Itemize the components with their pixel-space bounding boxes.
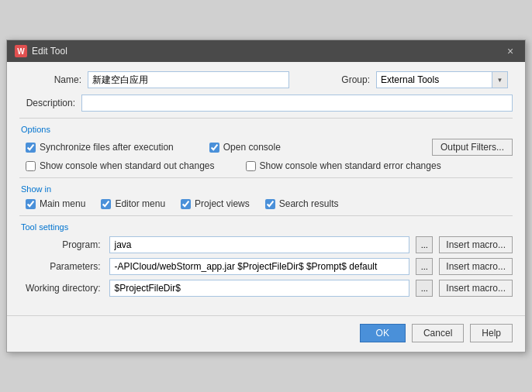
show-console-stdout-checkbox[interactable] (26, 161, 36, 171)
divider-2 (19, 177, 513, 178)
output-filters-button[interactable]: Output Filters... (432, 139, 513, 156)
dialog-body: Name: Group: ▼ Description: Options Sync… (7, 62, 525, 306)
editor-menu-checkbox[interactable] (101, 199, 111, 209)
name-label: Name: (19, 74, 81, 85)
help-button[interactable]: Help (470, 324, 513, 342)
tool-settings-grid: Program: ... Insert macro... Parameters:… (19, 236, 513, 297)
group-dropdown-button[interactable]: ▼ (492, 71, 508, 88)
program-input[interactable] (109, 236, 409, 253)
working-dir-ellipsis-button[interactable]: ... (416, 280, 433, 297)
divider-1 (19, 118, 513, 119)
parameters-insert-macro-button[interactable]: Insert macro... (439, 258, 513, 275)
show-console-stderr-checkbox[interactable] (246, 161, 256, 171)
cancel-button[interactable]: Cancel (412, 324, 464, 342)
working-dir-label: Working directory: (26, 283, 103, 294)
dialog-title: Edit Tool (32, 46, 67, 57)
open-console-checkbox-row: Open console (209, 142, 281, 153)
title-bar: W Edit Tool × (7, 40, 525, 62)
group-input[interactable] (376, 71, 492, 88)
main-menu-label: Main menu (40, 198, 85, 209)
show-console-stderr-checkbox-row: Show console when standard error changes (246, 160, 441, 171)
group-label: Group: (308, 74, 370, 85)
name-input[interactable] (88, 71, 289, 88)
options-section-label: Options (19, 125, 513, 134)
project-views-label: Project views (195, 198, 250, 209)
working-dir-input[interactable] (109, 280, 409, 297)
working-dir-insert-macro-button[interactable]: Insert macro... (439, 280, 513, 297)
open-console-label: Open console (223, 142, 281, 153)
options-row-2: Show console when standard out changes S… (19, 160, 513, 171)
main-menu-checkbox[interactable] (26, 199, 36, 209)
edit-tool-dialog: W Edit Tool × Name: Group: ▼ Description… (6, 40, 526, 352)
open-console-checkbox[interactable] (209, 143, 219, 153)
description-row: Description: (19, 95, 513, 112)
group-select-wrapper: ▼ (376, 71, 508, 88)
description-input[interactable] (81, 95, 513, 112)
project-views-checkbox[interactable] (181, 199, 191, 209)
name-group-row: Name: Group: ▼ (19, 71, 513, 88)
program-insert-macro-button[interactable]: Insert macro... (439, 236, 513, 253)
ok-button[interactable]: OK (360, 324, 406, 342)
program-label: Program: (26, 239, 103, 250)
options-row-1: Synchronize files after execution Open c… (19, 139, 513, 156)
program-ellipsis-button[interactable]: ... (416, 236, 433, 253)
search-results-label: Search results (279, 198, 339, 209)
show-in-row: Main menu Editor menu Project views Sear… (19, 198, 513, 209)
sync-files-checkbox[interactable] (26, 143, 36, 153)
show-console-stdout-checkbox-row: Show console when standard out changes (26, 160, 215, 171)
editor-menu-label: Editor menu (115, 198, 165, 209)
show-console-stdout-label: Show console when standard out changes (40, 160, 215, 171)
show-in-section-label: Show in (19, 184, 513, 194)
parameters-label: Parameters: (26, 261, 103, 272)
parameters-ellipsis-button[interactable]: ... (416, 258, 433, 275)
sync-files-label: Synchronize files after execution (40, 142, 174, 153)
show-console-stderr-label: Show console when standard error changes (260, 160, 441, 171)
close-button[interactable]: × (503, 44, 517, 58)
divider-3 (19, 215, 513, 216)
sync-files-checkbox-row: Synchronize files after execution (26, 142, 174, 153)
search-results-checkbox[interactable] (265, 199, 275, 209)
tool-settings-section-label: Tool settings (19, 222, 513, 232)
description-label: Description: (19, 98, 75, 108)
app-icon: W (15, 45, 27, 57)
parameters-input[interactable] (109, 258, 409, 275)
footer: OK Cancel Help (7, 315, 525, 352)
